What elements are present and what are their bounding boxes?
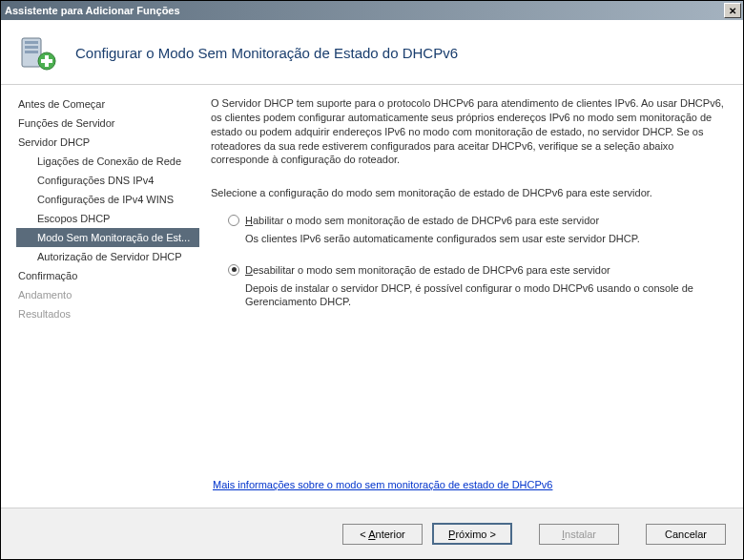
wizard-sidebar: Antes de Começar Funções de Servidor Ser… <box>1 85 199 507</box>
sidebar-item-results: Resultados <box>16 304 199 323</box>
sidebar-item-server-roles[interactable]: Funções de Servidor <box>16 114 199 133</box>
select-prompt: Selecione a configuração do modo sem mon… <box>211 186 726 200</box>
sidebar-item-dns-ipv4[interactable]: Configurações DNS IPv4 <box>16 171 199 190</box>
radio-disable[interactable]: Desabilitar o modo sem monitoração de es… <box>228 263 726 278</box>
sidebar-item-confirmation[interactable]: Confirmação <box>16 266 199 285</box>
radio-enable-desc: Os clientes IPv6 serão automaticamente c… <box>228 232 726 246</box>
svg-rect-3 <box>25 51 38 53</box>
sidebar-item-stateless-mode[interactable]: Modo Sem Monitoração de Est... <box>16 228 199 247</box>
radio-disable-label: Desabilitar o modo sem monitoração de es… <box>245 263 610 278</box>
install-button: Instalar <box>539 524 619 545</box>
wizard-content: O Servidor DHCP tem suporte para o proto… <box>199 85 743 507</box>
sidebar-item-network-bindings[interactable]: Ligações de Conexão de Rede <box>16 152 199 171</box>
wizard-header: Configurar o Modo Sem Monitoração de Est… <box>1 20 743 85</box>
svg-rect-2 <box>25 46 38 49</box>
intro-text: O Servidor DHCP tem suporte para o proto… <box>211 96 726 167</box>
next-button[interactable]: Próximo > <box>432 523 512 545</box>
more-info-link[interactable]: Mais informações sobre o modo sem monito… <box>213 479 552 490</box>
server-icon <box>18 34 56 73</box>
wizard-footer: < Anterior Próximo > Instalar Cancelar <box>1 508 743 559</box>
window-title: Assistente para Adicionar Funções <box>5 5 724 16</box>
cancel-button[interactable]: Cancelar <box>646 524 726 545</box>
svg-rect-6 <box>41 59 52 63</box>
radio-disable-desc: Depois de instalar o servidor DHCP, é po… <box>228 281 726 310</box>
radio-enable[interactable]: Habilitar o modo sem monitoração de esta… <box>228 214 726 228</box>
titlebar: Assistente para Adicionar Funções ✕ <box>1 1 743 20</box>
sidebar-item-ipv4-wins[interactable]: Configurações de IPv4 WINS <box>16 190 199 209</box>
radio-group: Habilitar o modo sem monitoração de esta… <box>211 214 726 309</box>
page-title: Configurar o Modo Sem Monitoração de Est… <box>75 45 458 61</box>
back-button[interactable]: < Anterior <box>342 524 423 545</box>
radio-icon-checked <box>228 264 239 276</box>
more-info-link-row: Mais informações sobre o modo sem monito… <box>213 479 552 490</box>
sidebar-item-before-begin[interactable]: Antes de Começar <box>16 94 199 114</box>
radio-icon <box>228 215 239 226</box>
radio-enable-label: Habilitar o modo sem monitoração de esta… <box>245 214 599 228</box>
sidebar-item-dhcp-authorization[interactable]: Autorização de Servidor DHCP <box>16 247 199 266</box>
sidebar-item-dhcp-scopes[interactable]: Escopos DHCP <box>16 209 199 228</box>
close-button[interactable]: ✕ <box>724 3 741 18</box>
close-icon: ✕ <box>729 6 736 16</box>
sidebar-item-progress: Andamento <box>16 285 199 304</box>
svg-rect-1 <box>25 41 38 44</box>
sidebar-item-dhcp-server[interactable]: Servidor DHCP <box>16 133 199 152</box>
wizard-body: Antes de Começar Funções de Servidor Ser… <box>1 85 743 507</box>
